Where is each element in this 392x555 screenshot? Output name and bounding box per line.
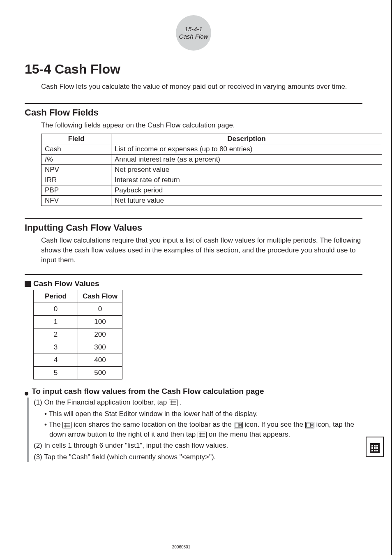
table-row: CashList of income or expenses (up to 80… bbox=[42, 144, 382, 155]
cell: 4 bbox=[34, 354, 78, 367]
header-line1: 15-4-1 bbox=[169, 25, 218, 33]
cell: 500 bbox=[78, 367, 122, 379]
cell: IRR bbox=[42, 175, 111, 185]
page-title: 15-4 Cash Flow bbox=[25, 62, 362, 77]
step1-sub1: This will open the Stat Editor window in… bbox=[44, 409, 362, 419]
header-line2: Cash Flow bbox=[169, 33, 218, 40]
table-row: NPVNet present value bbox=[42, 165, 382, 175]
list-icon bbox=[198, 432, 207, 438]
svg-rect-11 bbox=[235, 423, 239, 427]
subheading-row: Cash Flow Values bbox=[25, 279, 362, 288]
cell: Interest rate of return bbox=[111, 175, 382, 185]
divider bbox=[25, 103, 362, 104]
th-field: Field bbox=[42, 134, 111, 144]
table-row: 00 bbox=[34, 303, 122, 316]
table-row: IRRInterest rate of return bbox=[42, 175, 382, 185]
cell: I% bbox=[42, 155, 111, 165]
calc-icon bbox=[234, 422, 243, 428]
cell: PBP bbox=[42, 185, 111, 196]
step1-text-a: (1) On the Financial application toolbar… bbox=[34, 398, 169, 406]
cell: Annual interest rate (as a percent) bbox=[111, 155, 382, 165]
page: 15-4-1 Cash Flow 15-4 Cash Flow Cash Flo… bbox=[0, 0, 392, 555]
svg-rect-12 bbox=[239, 423, 242, 425]
step-3: (3) Tap the "Cash" field (which currentl… bbox=[34, 452, 362, 462]
cell: 0 bbox=[78, 303, 122, 316]
cell: Cash bbox=[42, 144, 111, 155]
table-row: 2200 bbox=[34, 328, 122, 341]
cell: 2 bbox=[34, 328, 78, 341]
th-period: Period bbox=[34, 290, 78, 303]
table-row: Period Cash Flow bbox=[34, 290, 122, 303]
th-cashflow: Cash Flow bbox=[78, 290, 122, 303]
cell: 300 bbox=[78, 341, 122, 354]
fields-table: Field Description CashList of income or … bbox=[41, 134, 382, 206]
step-2: (2) In cells 1 through 6 under "list1", … bbox=[34, 441, 362, 451]
cell: 400 bbox=[78, 354, 122, 367]
svg-rect-15 bbox=[307, 423, 310, 427]
t: icon shares the same location on the too… bbox=[74, 421, 233, 428]
page-header-badge: 15-4-1 Cash Flow bbox=[169, 16, 218, 49]
cell: Net future value bbox=[111, 196, 382, 206]
table-row: NFVNet future value bbox=[42, 196, 382, 206]
th-desc: Description bbox=[111, 134, 382, 144]
step-1: (1) On the Financial application toolbar… bbox=[34, 398, 362, 407]
list-icon bbox=[62, 422, 71, 428]
footer-date: 20060301 bbox=[0, 545, 362, 549]
section-fields-heading: Cash Flow Fields bbox=[25, 107, 362, 118]
table-row: I%Annual interest rate (as a percent) bbox=[42, 155, 382, 165]
cell: Payback period bbox=[111, 185, 382, 196]
section-fields-lead: The following fields appear on the Cash … bbox=[41, 120, 362, 130]
t: The bbox=[48, 421, 62, 428]
table-row: 4400 bbox=[34, 354, 122, 367]
step1-text-b: . bbox=[180, 398, 182, 406]
divider bbox=[25, 218, 362, 219]
step1-sub2: The icon shares the same location on the… bbox=[44, 420, 362, 439]
svg-rect-13 bbox=[239, 426, 242, 427]
t: icon. If you see the bbox=[244, 421, 305, 428]
table-row: Field Description bbox=[42, 134, 382, 144]
cell: NPV bbox=[42, 165, 111, 175]
cashflow-values-table: Period Cash Flow 00 1100 2200 3300 4400 … bbox=[33, 290, 122, 379]
table-row: 5500 bbox=[34, 367, 122, 379]
table-row: 3300 bbox=[34, 341, 122, 354]
header-text: 15-4-1 Cash Flow bbox=[169, 16, 218, 40]
cell: Net present value bbox=[111, 165, 382, 175]
intro-text: Cash Flow lets you calculate the value o… bbox=[41, 82, 362, 92]
cell: 5 bbox=[34, 367, 78, 379]
round-bullet-icon bbox=[25, 392, 28, 395]
cell: 100 bbox=[78, 316, 122, 328]
cell: List of income or expenses (up to 80 ent… bbox=[111, 144, 382, 155]
cell: 3 bbox=[34, 341, 78, 354]
calc-icon bbox=[305, 422, 314, 428]
table-row: 1100 bbox=[34, 316, 122, 328]
howto-heading-row: To input cash flow values from the Cash … bbox=[25, 387, 362, 396]
cell: 1 bbox=[34, 316, 78, 328]
table-row: PBPPayback period bbox=[42, 185, 382, 196]
cell: NFV bbox=[42, 196, 111, 206]
cell: 200 bbox=[78, 328, 122, 341]
cell: 0 bbox=[34, 303, 78, 316]
page-side-keypad-icon bbox=[366, 437, 384, 457]
square-bullet-icon bbox=[25, 281, 31, 287]
divider bbox=[25, 274, 362, 275]
cfv-heading: Cash Flow Values bbox=[33, 279, 99, 288]
section-input-heading: Inputting Cash Flow Values bbox=[25, 222, 362, 233]
steps-group: (1) On the Financial application toolbar… bbox=[27, 398, 362, 462]
list-icon bbox=[169, 400, 178, 406]
svg-rect-17 bbox=[311, 426, 313, 427]
section-input-lead: Cash flow calculations require that you … bbox=[41, 236, 362, 265]
svg-rect-16 bbox=[311, 423, 313, 425]
howto-heading: To input cash flow values from the Cash … bbox=[32, 387, 264, 396]
t: on the menu that appears. bbox=[209, 430, 290, 438]
